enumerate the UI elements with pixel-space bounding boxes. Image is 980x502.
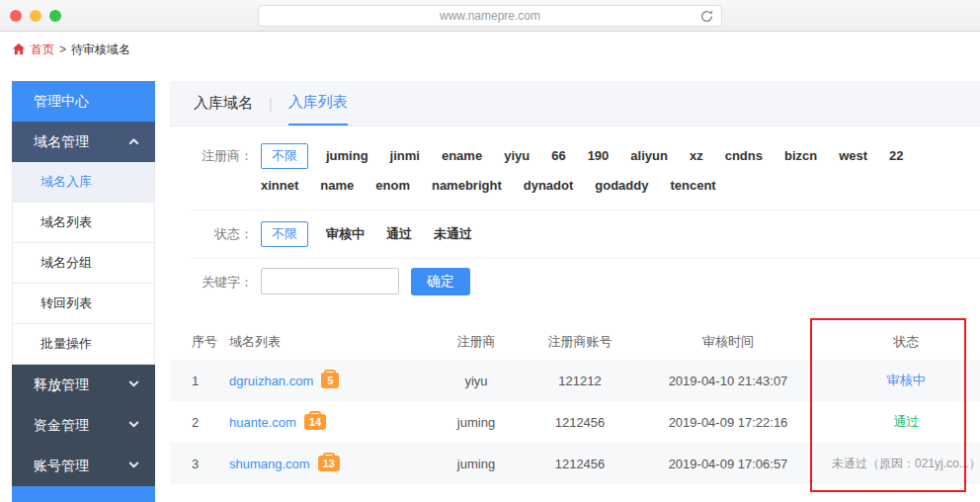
home-icon [12,42,26,56]
status-options: 不限审核中通过未通过 [261,219,494,249]
zoom-window-button[interactable] [49,10,61,22]
tab-bar: 入库域名|入库列表 [170,81,980,126]
chevron-down-icon [129,377,139,387]
breadcrumb-home[interactable]: 首页 [31,42,54,58]
breadcrumb-separator: > [59,42,66,56]
column-header: 注册商账号 [535,333,624,351]
keyword-filter-label: 关键字： [190,268,253,297]
sidebar-item-domain-group[interactable]: 域名分组 [12,243,155,284]
sidebar-item-fund-management[interactable]: 资金管理 [12,405,155,446]
close-window-button[interactable] [10,10,22,22]
sidebar-item-label: 释放管理 [34,376,89,394]
registrar-option[interactable]: 22 [889,141,903,171]
registrar-cell: yiyu [417,374,535,388]
row-index: 1 [170,374,229,388]
browser-chrome: www.namepre.com [0,0,980,32]
status-cell[interactable]: 通过 [832,413,980,431]
row-index: 3 [170,457,229,471]
domain-link[interactable]: shumang.com [229,457,310,471]
tab-separator: | [269,81,273,126]
count-badge: 14 [304,414,326,430]
account-cell: 1212456 [535,457,624,471]
registrar-options-line1: 不限jumingjinmienameyiyu66190aliyunxzcndns… [261,141,926,171]
registrar-option[interactable]: 190 [588,141,610,171]
column-header: 域名列表 [229,333,417,351]
registrar-filter-row: 注册商： 不限jumingjinmienameyiyu66190aliyunxz… [190,132,980,210]
account-cell: 1212456 [535,415,624,430]
account-cell: 121212 [535,374,624,388]
registrar-option[interactable]: xinnet [261,171,298,201]
status-option[interactable]: 不限 [261,221,308,247]
keyword-input[interactable] [261,268,399,294]
sidebar: 管理中心域名管理域名入库域名列表域名分组转回列表批量操作释放管理资金管理账号管理 [12,81,155,502]
registrar-option[interactable]: west [839,141,867,171]
sidebar-item-account-management[interactable]: 账号管理 [12,446,155,486]
registrar-option[interactable]: 66 [551,141,565,171]
registrar-option[interactable]: jinmi [390,141,420,171]
sidebar-item-batch-operations[interactable]: 批量操作 [12,324,155,365]
table-row: 3shumang.com13juming12124562019-04-09 17… [170,443,980,484]
chevron-down-icon [129,459,139,468]
registrar-option[interactable]: cndns [725,141,763,171]
registrar-option[interactable]: dynadot [524,171,574,201]
registrar-option[interactable]: juming [326,141,368,171]
sidebar-item-management-center[interactable]: 管理中心 [12,81,155,122]
sidebar-item-label: 账号管理 [34,458,89,475]
registrar-option[interactable]: enom [375,171,410,201]
registrar-option[interactable]: godaddy [595,171,648,201]
minimize-window-button[interactable] [30,10,41,22]
status-cell[interactable]: 审核中 [832,372,980,389]
column-header: 状态 [832,333,980,351]
table-row: 2huante.com14juming12124562019-04-09 17:… [170,401,980,443]
tab-inbound-list[interactable]: 入库列表 [288,81,348,126]
breadcrumb: 首页 > 待审核域名 [0,32,980,67]
row-index: 2 [170,415,229,430]
sidebar-item-domain-inbound[interactable]: 域名入库 [12,162,155,203]
sidebar-item-label: 域名入库 [41,173,92,191]
table-row: 1dgruizhan.com5yiyu1212122019-04-10 21:4… [170,360,980,401]
registrar-option[interactable]: ename [442,141,482,171]
status-option[interactable]: 审核中 [326,219,365,249]
count-badge: 5 [321,373,339,388]
column-header: 审核时间 [624,333,832,351]
sidebar-partial-item[interactable] [12,486,155,502]
domains-table: 序号域名列表注册商注册商账号审核时间状态 1dgruizhan.com5yiyu… [170,324,980,502]
registrar-option[interactable]: name [320,171,354,201]
registrar-option[interactable]: 不限 [261,143,308,169]
sidebar-item-label: 资金管理 [34,417,89,435]
page-layout: 管理中心域名管理域名入库域名列表域名分组转回列表批量操作释放管理资金管理账号管理… [0,67,980,502]
sidebar-item-domain-list[interactable]: 域名列表 [12,203,155,243]
status-cell: 未通过（原因：021yj.co...） [832,456,980,472]
sidebar-item-label: 转回列表 [41,294,92,312]
sidebar-item-domain-management[interactable]: 域名管理 [12,122,155,162]
main-content: 入库域名|入库列表 注册商： 不限jumingjinmienameyiyu661… [170,81,980,502]
status-option[interactable]: 未通过 [434,219,472,249]
sidebar-item-return-list[interactable]: 转回列表 [12,284,155,324]
confirm-button[interactable]: 确定 [411,268,470,295]
column-header: 序号 [170,333,229,351]
status-option[interactable]: 通过 [386,219,412,249]
domain-cell: shumang.com13 [229,456,417,471]
registrar-option[interactable]: bizcn [784,141,817,171]
window-controls [10,10,61,22]
sidebar-item-label: 批量操作 [41,335,92,353]
status-filter-row: 状态： 不限审核中通过未通过 [190,210,980,259]
registrar-option[interactable]: xz [690,141,703,171]
registrar-filter-label: 注册商： [190,141,253,171]
registrar-option[interactable]: yiyu [504,141,530,171]
sidebar-item-label: 域名分组 [41,254,92,272]
status-filter-label: 状态： [190,219,253,249]
address-bar[interactable]: www.namepre.com [258,5,722,27]
time-cell: 2019-04-09 17:22:16 [624,415,832,430]
domain-link[interactable]: dgruizhan.com [229,374,313,388]
tab-inbound-domain[interactable]: 入库域名 [194,81,253,126]
domain-link[interactable]: huante.com [229,415,296,430]
registrar-option[interactable]: aliyun [630,141,668,171]
count-badge: 13 [318,456,340,471]
registrar-options: 不限jumingjinmienameyiyu66190aliyunxzcndns… [253,141,926,201]
domain-cell: huante.com14 [229,414,417,430]
registrar-option[interactable]: namebright [432,171,502,201]
refresh-icon[interactable] [699,9,714,24]
sidebar-item-release-management[interactable]: 释放管理 [12,365,155,405]
registrar-option[interactable]: tencent [670,171,715,201]
